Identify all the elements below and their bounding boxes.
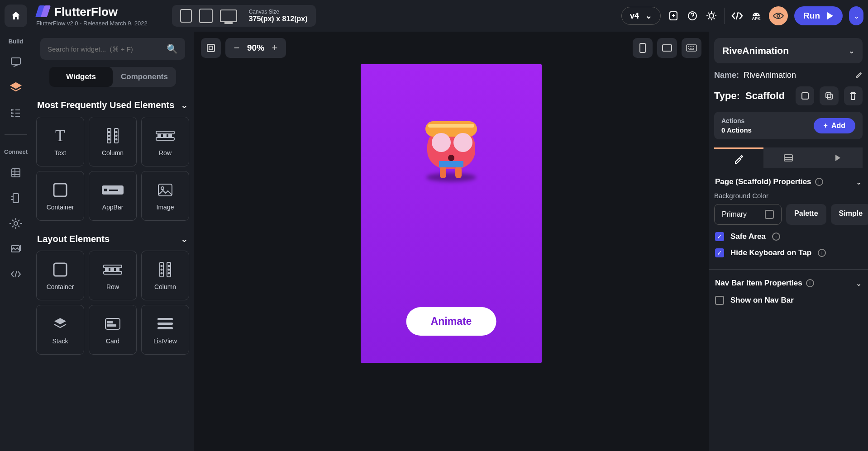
chevron-down-icon[interactable]: ⌄ — [181, 100, 188, 110]
svg-rect-30 — [109, 190, 118, 191]
snap-grid-button[interactable] — [201, 38, 221, 58]
svg-point-5 — [777, 14, 780, 17]
rail-settings-icon[interactable] — [8, 216, 24, 231]
info-icon[interactable]: i — [806, 279, 814, 287]
widget-stack[interactable]: Stack — [36, 305, 84, 355]
show-navbar-checkbox[interactable] — [715, 296, 724, 305]
widget-search[interactable]: 🔍 — [40, 38, 185, 60]
widget-container2[interactable]: Container — [36, 251, 84, 300]
rail-connect-label: Connect — [4, 148, 28, 155]
widget-row2[interactable]: Row — [89, 251, 137, 300]
svg-rect-31 — [158, 184, 172, 196]
svg-rect-58 — [826, 93, 831, 98]
search-input[interactable] — [48, 45, 162, 53]
widget-listview[interactable]: ListView — [141, 305, 189, 355]
add-file-icon[interactable] — [667, 9, 680, 22]
home-button[interactable] — [5, 5, 27, 27]
apk-icon[interactable]: APK — [750, 9, 763, 22]
info-icon[interactable]: i — [818, 249, 826, 257]
bug-icon[interactable] — [705, 9, 718, 22]
widget-image[interactable]: Image — [141, 171, 189, 221]
rail-tree-icon[interactable] — [8, 105, 24, 121]
rail-code-icon[interactable] — [8, 266, 24, 282]
widget-card[interactable]: Card — [89, 305, 137, 355]
tab-components[interactable]: Components — [113, 67, 176, 87]
svg-rect-26 — [169, 135, 172, 137]
bg-color-label: Background Color — [714, 192, 863, 199]
info-icon[interactable]: i — [815, 178, 823, 186]
svg-point-21 — [116, 139, 117, 140]
delete-button[interactable] — [844, 86, 863, 105]
widget-row[interactable]: Row — [141, 117, 189, 166]
zoom-out-button[interactable]: − — [230, 42, 243, 54]
edit-icon[interactable] — [854, 71, 863, 80]
svg-point-7 — [11, 109, 12, 110]
canvas-size-label: Canvas Size — [249, 9, 308, 15]
wrap-button[interactable] — [796, 86, 814, 105]
chevron-down-icon[interactable]: ⌄ — [856, 178, 862, 186]
svg-point-8 — [11, 113, 12, 114]
code-icon[interactable] — [731, 9, 744, 22]
selected-widget-header[interactable]: RiveAnimation ⌄ — [714, 38, 863, 63]
search-icon: 🔍 — [167, 43, 178, 54]
orient-portrait-button[interactable] — [633, 38, 653, 58]
rail-build-label: Build — [9, 38, 24, 45]
run-button[interactable]: Run — [794, 6, 843, 25]
show-navbar-label: Show on Nav Bar — [730, 296, 794, 305]
bg-simple-button[interactable]: Simple — [831, 204, 868, 225]
bg-palette-button[interactable]: Palette — [786, 204, 826, 225]
keyboard-button[interactable] — [682, 38, 701, 58]
type-label: Type: — [714, 90, 740, 102]
prop-tab-style[interactable] — [714, 147, 763, 168]
scaffold-props-title: Page (Scaffold) Properties — [715, 177, 811, 186]
canvas-phone[interactable]: Animate — [361, 64, 542, 363]
tab-widgets[interactable]: Widgets — [49, 67, 113, 87]
eye-icon — [773, 12, 784, 19]
add-action-button[interactable]: + Add — [814, 118, 855, 133]
safe-area-checkbox[interactable]: ✓ — [715, 232, 724, 241]
device-desktop-icon[interactable] — [220, 9, 237, 22]
widget-container[interactable]: Container — [36, 171, 84, 221]
bg-primary-select[interactable]: Primary — [714, 204, 782, 225]
rail-media-icon[interactable] — [8, 241, 24, 256]
brand-name: FlutterFlow — [54, 5, 118, 19]
preview-button[interactable] — [769, 6, 788, 25]
svg-rect-34 — [104, 265, 122, 268]
chevron-down-icon[interactable]: ⌄ — [856, 279, 862, 288]
prop-tab-anim[interactable] — [813, 147, 863, 168]
home-icon — [10, 10, 21, 21]
rail-database-icon[interactable] — [8, 165, 24, 180]
svg-rect-6 — [11, 58, 20, 64]
orient-landscape-button[interactable] — [657, 38, 677, 58]
svg-point-17 — [109, 135, 110, 137]
type-value: Scaffold — [745, 90, 785, 102]
svg-point-4 — [757, 14, 758, 15]
animate-button[interactable]: Animate — [406, 307, 496, 336]
hide-kb-checkbox[interactable]: ✓ — [715, 248, 724, 257]
zoom-in-button[interactable]: + — [268, 42, 281, 54]
actions-count: 0 Actions — [721, 126, 752, 134]
chevron-down-icon[interactable]: ⌄ — [181, 233, 188, 244]
rive-character — [422, 114, 481, 182]
rail-api-icon[interactable] — [8, 190, 24, 206]
run-dropdown[interactable]: ⌄ — [849, 6, 863, 25]
widget-column[interactable]: Column — [89, 117, 137, 166]
rail-widgets-icon[interactable] — [8, 55, 24, 70]
widget-text[interactable]: TText — [36, 117, 84, 166]
svg-rect-33 — [54, 263, 67, 276]
rail-layers-icon[interactable] — [8, 80, 24, 95]
copy-button[interactable] — [820, 86, 838, 105]
info-icon[interactable]: i — [772, 233, 780, 241]
svg-rect-11 — [13, 194, 19, 203]
device-phone-icon[interactable] — [180, 9, 192, 23]
widget-appbar[interactable]: AppBar — [89, 171, 137, 221]
help-icon[interactable] — [686, 9, 699, 22]
version-dropdown[interactable]: v4 ⌄ — [621, 7, 661, 25]
hide-kb-label: Hide Keyboard on Tap — [730, 248, 811, 257]
prop-tab-data[interactable] — [763, 147, 813, 168]
svg-rect-22 — [156, 131, 174, 134]
device-tablet-icon[interactable] — [199, 9, 213, 23]
svg-rect-52 — [157, 327, 173, 329]
widget-column2[interactable]: Column — [141, 251, 189, 300]
name-label: Name: — [714, 71, 739, 80]
